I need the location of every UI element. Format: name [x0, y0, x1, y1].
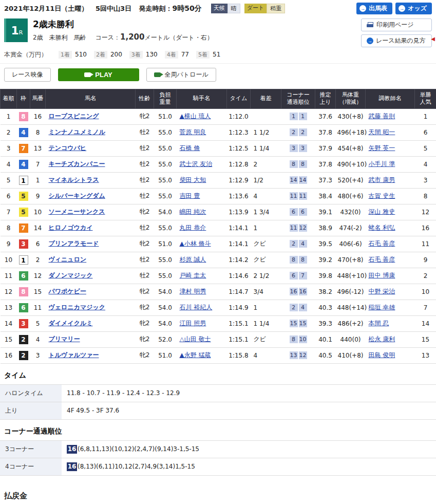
time-section-title: タイム: [0, 364, 436, 384]
jockey-name-link[interactable]: 石橋 脩: [180, 144, 200, 152]
result-row: 7510ソーメニーサンクス牝254.0嶋田 純次1:13.91 3/46639.…: [1, 204, 436, 220]
last-3f-time: 37.3: [315, 172, 336, 188]
corner-order-table: 3コーナー 16(6,8,11,13)(10,12)(2,4,7)(9,14)3…: [0, 440, 436, 476]
odds-button[interactable]: オッズ: [395, 3, 432, 14]
corner-position-badge: 4: [299, 240, 307, 248]
carried-weight: 51.0: [154, 108, 177, 124]
jockey-name-link[interactable]: ▲横山 琉人: [180, 113, 211, 120]
trainer-name-link[interactable]: 石毛 善彦: [369, 240, 395, 247]
horse-name-link[interactable]: パワポケビー: [49, 288, 86, 295]
race-number: 1: [11, 24, 19, 37]
last-3f-time: 40.1: [315, 331, 336, 347]
carried-weight: 54.0: [154, 315, 177, 331]
horse-name-link[interactable]: テンコウバヒ: [49, 144, 87, 152]
trainer-name-link[interactable]: 蛯名 利弘: [369, 224, 395, 231]
jockey-name-link[interactable]: ▲永野 猛蔵: [180, 351, 211, 359]
corner-position-badge: 1: [290, 113, 298, 120]
print-page-button[interactable]: 印刷用ページ: [361, 18, 432, 31]
horse-name-link[interactable]: ソーメニーサンクス: [49, 208, 105, 215]
horse-name-link[interactable]: ミンナノユメミノル: [49, 128, 106, 136]
horse-name-link[interactable]: ロープスピニング: [49, 113, 99, 120]
win-favorite-rank: 15: [415, 331, 436, 347]
carried-weight: 55.0: [154, 188, 177, 204]
horse-name-link[interactable]: プリンアラモード: [49, 240, 99, 247]
corner4-order: 16(8,13)(6,11)10,12(2,7)4,9(3,14)1,5-15: [62, 458, 436, 475]
trainer-name-link[interactable]: 中野 栄治: [369, 288, 395, 295]
horse-name-link[interactable]: トルヴァルツァー: [49, 351, 99, 359]
trainer-name-link[interactable]: 古賀 史生: [369, 192, 395, 199]
trainer-name-link[interactable]: 稲垣 幸雄: [369, 304, 395, 311]
prize-amount: 510: [75, 51, 87, 58]
trainer-name-link[interactable]: 天間 昭一: [369, 128, 395, 136]
jockey-name-link[interactable]: 嶋田 純次: [180, 208, 206, 215]
play-label: PLAY: [95, 71, 112, 79]
trainer-name-link[interactable]: 武藤 善則: [369, 113, 395, 120]
horse-name-link[interactable]: ヒロノゴウカイ: [49, 224, 93, 231]
trainer-name-link[interactable]: 矢野 英一: [369, 144, 395, 152]
entries-button[interactable]: 出馬表: [356, 3, 392, 14]
jockey-name-link[interactable]: 柴田 大知: [180, 176, 206, 183]
horse-name-link[interactable]: プリマリー: [49, 335, 80, 343]
trainer-name-link[interactable]: 本間 忍: [369, 320, 389, 327]
trainer-name-link[interactable]: 石毛 善彦: [369, 256, 395, 263]
horse-weight: 496(+18): [336, 124, 366, 140]
sex-age: 牡2: [136, 220, 154, 236]
corner-positions: 88: [281, 252, 315, 268]
corner-position-badge: 4: [299, 304, 307, 311]
patrol-video-button[interactable]: 全周パトロール: [146, 68, 216, 82]
trainer-name-link[interactable]: 武市 康男: [369, 176, 395, 183]
trainer-name-link[interactable]: 田中 博康: [369, 272, 395, 279]
horse-name-link[interactable]: ヴィニュロン: [49, 256, 87, 263]
corner-position-badge: 12: [299, 224, 307, 232]
horse-number: 3: [30, 347, 46, 363]
horse-name-link[interactable]: ダノンマジック: [49, 272, 93, 279]
collapse-arrow-icon[interactable]: ◀: [431, 36, 435, 42]
horse-weight: 470(+8): [336, 252, 366, 268]
jockey-name-link[interactable]: 武士沢 友治: [180, 160, 213, 167]
finish-position: 12: [1, 284, 17, 300]
finish-position: 5: [1, 172, 17, 188]
race-video-button[interactable]: レース映像: [4, 68, 51, 82]
jockey-name-link[interactable]: 石川 裕紀人: [180, 304, 213, 311]
horse-number: 5: [30, 315, 46, 331]
trainer-name-link[interactable]: 田島 俊明: [369, 351, 395, 359]
results-table: 着順枠馬番馬名性齢負担 重量騎手名タイム着差コーナー 通過順位推定 上り馬体重 …: [0, 89, 436, 364]
horse-name-link[interactable]: キーチズカンパニー: [49, 160, 105, 167]
horse-weight: 406(-6): [336, 236, 366, 252]
corner3-order-text: (6,8,11,13)(10,12)(2,4,7)(9,14)3-1,5-15: [78, 445, 199, 453]
horse-weight: 430(+8): [336, 108, 366, 124]
corner-position-badge: 1: [299, 113, 307, 120]
horse-name-link[interactable]: マイネルシトラス: [49, 176, 99, 183]
arrow-circle-icon: [359, 5, 366, 12]
arrow-circle-icon: [399, 5, 405, 12]
horse-name-link[interactable]: ダイメイクルミ: [49, 320, 93, 327]
jockey-name-link[interactable]: 菅原 明良: [180, 128, 206, 136]
jockey-name-link[interactable]: 吉田 豊: [180, 192, 200, 199]
trainer-name-link[interactable]: 深山 雅史: [369, 208, 395, 215]
trainer-name-link[interactable]: 松永 康利: [369, 335, 395, 343]
horse-weight: 474(-2): [336, 220, 366, 236]
side-buttons: 印刷用ページ レース結果の見方: [361, 18, 432, 47]
carried-weight: 51.0: [154, 236, 177, 252]
condition-badges: 天候晴 ダート稍重: [211, 4, 286, 13]
prize-place: 3着: [129, 51, 143, 59]
horse-number: 6: [30, 236, 46, 252]
last-furlongs-label: 上り: [0, 402, 62, 419]
results-header-row: 着順枠馬番馬名性齢負担 重量騎手名タイム着差コーナー 通過順位推定 上り馬体重 …: [1, 89, 436, 109]
horse-name-link[interactable]: ヴェロニカマジック: [49, 304, 106, 311]
jockey-name-link[interactable]: △山田 敬士: [180, 335, 211, 343]
play-button[interactable]: PLAY: [58, 68, 139, 81]
result-guide-button[interactable]: レース結果の見方: [361, 34, 432, 47]
jockey-name-link[interactable]: 津村 明秀: [180, 288, 206, 295]
jockey-name-link[interactable]: ▲小林 脩斗: [180, 240, 211, 247]
jockey-name-link[interactable]: 戸崎 圭太: [180, 272, 206, 279]
horse-name-link[interactable]: シルバーキングダム: [49, 192, 105, 199]
jockey-name-link[interactable]: 丸田 恭介: [180, 224, 206, 231]
track-condition-badge: ダート稍重: [244, 4, 286, 13]
jockey-name-link[interactable]: 杉原 誠人: [180, 256, 206, 263]
last-3f-time: 37.8: [315, 156, 336, 172]
horse-number: 13: [30, 140, 46, 156]
win-favorite-rank: 11: [415, 236, 436, 252]
jockey-name-link[interactable]: 江田 照男: [180, 320, 206, 327]
trainer-name-link[interactable]: 小手川 準: [369, 160, 395, 167]
